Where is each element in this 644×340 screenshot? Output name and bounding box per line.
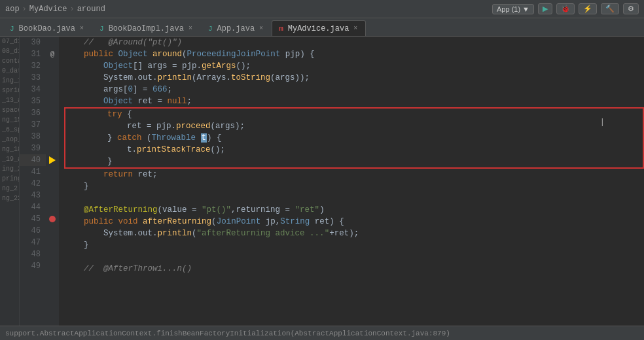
bp-44 xyxy=(46,201,59,213)
code-line-48 xyxy=(64,251,644,263)
code-line-41: return ret; xyxy=(64,169,644,180)
code-line-32: Object[] args = pjp.getArgs(); xyxy=(64,60,644,72)
run-button[interactable]: ▶ xyxy=(538,3,552,14)
code-line-38: } catch (Throwable t) { xyxy=(65,132,643,144)
line-num-47: 47 xyxy=(20,237,46,248)
build-icon: 🔨 xyxy=(605,5,615,13)
bp-35 xyxy=(46,95,59,107)
sidebar-item: space xyxy=(0,105,19,115)
code-line-43 xyxy=(64,192,644,204)
toolbar-right: App (1) ▼ ▶ 🐞 ⚡ 🔨 ⚙ xyxy=(492,3,639,14)
code-line-37: ret = pjp.proceed(args); xyxy=(65,120,643,132)
bp-40 xyxy=(46,154,59,166)
sidebar-item: _aop_ xyxy=(0,135,19,144)
advice-icon: m xyxy=(279,25,283,33)
code-line-39: t.printStackTrace(); xyxy=(65,144,643,156)
breakpoint-icon xyxy=(49,216,56,222)
tab-label: BookDaoImpl.java xyxy=(109,24,184,33)
bp-48 xyxy=(46,248,59,260)
breadcrumb-area: aop › MyAdvice › around xyxy=(5,5,105,14)
run-icon: ▶ xyxy=(543,5,548,13)
sidebar-item: _13_a xyxy=(0,95,19,105)
java-icon: J xyxy=(208,25,213,33)
breakpoint-column: @ xyxy=(46,37,59,326)
line-num-32: 32 xyxy=(20,60,46,72)
line-num-31: 31 xyxy=(20,48,46,60)
line-numbers: 30 31 32 33 34 35 36 37 38 39 40 41 42 4… xyxy=(20,37,46,326)
line-num-39: 39 xyxy=(20,143,46,154)
app-label: App (1) xyxy=(497,5,520,13)
code-line-34: args[0] = 666; xyxy=(64,84,644,95)
top-bar: aop › MyAdvice › around App (1) ▼ ▶ 🐞 ⚡ … xyxy=(0,0,644,18)
sidebar-item: pring_ xyxy=(0,174,19,184)
line-num-34: 34 xyxy=(20,84,46,95)
tab-close-bookdaoimpl[interactable]: × xyxy=(187,25,194,32)
bp-43 xyxy=(46,190,59,201)
bp-37 xyxy=(46,119,59,131)
settings-button[interactable]: ⚙ xyxy=(623,3,639,14)
gear-icon: ⚙ xyxy=(628,5,634,13)
bp-42 xyxy=(46,178,59,190)
bp-41 xyxy=(46,166,59,178)
java-icon: J xyxy=(10,25,14,33)
code-line-36: try { xyxy=(65,109,643,120)
tab-close-myadvice[interactable]: × xyxy=(352,25,359,32)
tab-myadvice[interactable]: m MyAdvice.java × xyxy=(272,20,366,36)
profile-button[interactable]: ⚡ xyxy=(579,3,597,14)
sidebar-item: 0_dat xyxy=(0,66,19,76)
java-icon: J xyxy=(99,25,104,33)
line-num-33: 33 xyxy=(20,72,46,84)
sidebar-item: ng_15 xyxy=(0,115,19,125)
status-bar-text: support.AbstractApplicationContext.finis… xyxy=(5,330,450,337)
sidebar-item: 07_di_ xyxy=(0,37,19,46)
breadcrumb: aop › MyAdvice › around xyxy=(5,5,105,14)
tab-bookdao[interactable]: J BookDao.java × xyxy=(3,20,92,36)
breadcrumb-aop: aop xyxy=(5,5,20,14)
line-num-49: 49 xyxy=(20,260,46,272)
sidebar: 07_di_ 08_di_ conta 0_dat ing_1 sprin _1… xyxy=(0,37,20,326)
tab-app[interactable]: J App.java × xyxy=(201,20,272,36)
sidebar-item: _6_sp xyxy=(0,125,19,135)
tab-bar: J BookDao.java × J BookDaoImpl.java × J … xyxy=(0,18,644,37)
bp-47 xyxy=(46,237,59,248)
bp-38 xyxy=(46,131,59,143)
bp-45 xyxy=(46,213,59,225)
line-num-41: 41 xyxy=(20,166,46,178)
debug-icon: 🐞 xyxy=(561,5,570,13)
code-line-49: // @AfterThrowi...n() xyxy=(64,263,644,275)
line-num-30: 30 xyxy=(20,37,46,48)
tab-label: BookDao.java xyxy=(19,24,75,33)
profile-icon: ⚡ xyxy=(583,5,592,13)
line-num-36: 36 xyxy=(20,107,46,119)
code-area[interactable]: // @Around("pt()") public Object around(… xyxy=(59,37,644,326)
editor: 30 31 32 33 34 35 36 37 38 39 40 41 42 4… xyxy=(20,37,644,326)
status-bar: support.AbstractApplicationContext.finis… xyxy=(0,326,644,340)
tab-close-bookdao[interactable]: × xyxy=(79,25,85,32)
sidebar-item: 08_di_ xyxy=(0,46,19,56)
sidebar-item: conta xyxy=(0,56,19,66)
breadcrumb-myadvice: MyAdvice xyxy=(29,5,67,14)
tab-label: MyAdvice.java xyxy=(288,24,349,33)
chevron-down-icon: ▼ xyxy=(522,5,529,13)
build-button[interactable]: 🔨 xyxy=(601,3,619,14)
sidebar-item: ng_18 xyxy=(0,144,19,154)
debug-button[interactable]: 🐞 xyxy=(556,3,575,14)
code-line-47: } xyxy=(64,239,644,251)
bp-36 xyxy=(46,107,59,119)
line-num-42: 42 xyxy=(20,178,46,190)
bp-32 xyxy=(46,60,59,72)
sidebar-item: ing_2 xyxy=(0,164,19,174)
app-dropdown-btn[interactable]: App (1) ▼ xyxy=(492,4,534,14)
bp-49 xyxy=(46,260,59,272)
sidebar-item: ng_2: xyxy=(0,184,19,194)
line-num-48: 48 xyxy=(20,248,46,260)
code-line-44: @AfterReturning(value = "pt()",returning… xyxy=(64,204,644,216)
tab-close-app[interactable]: × xyxy=(258,25,264,32)
tab-bookdaoimpl[interactable]: J BookDaoImpl.java × xyxy=(92,20,201,36)
line-num-37: 37 xyxy=(20,119,46,131)
code-line-35: Object ret = null; xyxy=(64,95,644,107)
main-content: 07_di_ 08_di_ conta 0_dat ing_1 sprin _1… xyxy=(0,37,644,326)
bp-31: @ xyxy=(46,48,59,60)
sidebar-item: _19_a xyxy=(0,154,19,164)
bp-30 xyxy=(46,37,59,48)
